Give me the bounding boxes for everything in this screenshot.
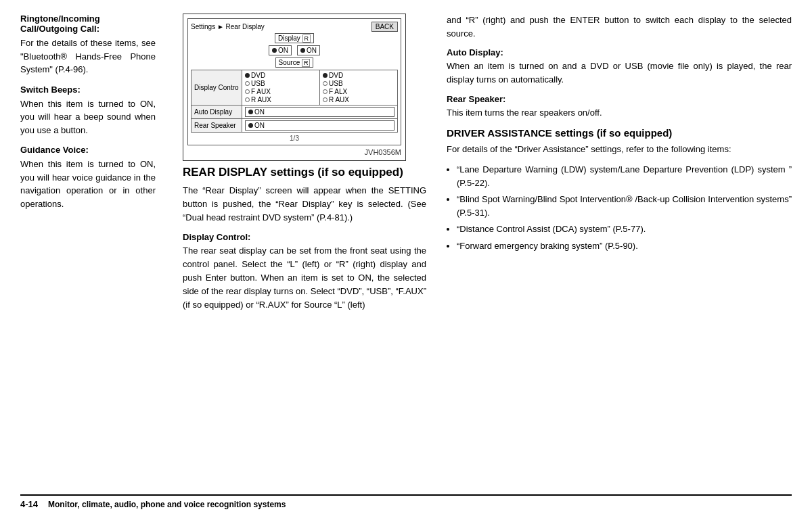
display-control-row: Display Contro DVD USB F AUX R AUX <box>191 70 398 105</box>
rear-speaker-heading: Rear Speaker: <box>447 94 792 104</box>
image-id: JVH0356M <box>187 148 401 156</box>
dvd-dot-l <box>245 73 250 78</box>
footer-page-number: 4-14 <box>20 499 38 509</box>
rear-display-intro: The “Rear Display” screen will appear wh… <box>183 184 426 225</box>
auto-display-heading: Auto Display: <box>447 47 792 57</box>
display-label: Display R <box>275 33 314 43</box>
auto-display-text: When an item is turned on and a DVD or U… <box>447 60 792 87</box>
on-left-btn[interactable]: ON <box>269 45 292 55</box>
rear-on-btn[interactable]: ON <box>245 120 394 131</box>
guidance-voice-body: When this item is turned to ON, you will… <box>20 158 156 210</box>
source-row: Source R <box>191 57 398 68</box>
bullet-ldw: “Lane Departure Warning (LDW) system/Lan… <box>457 163 792 189</box>
bullet-dca: “Distance Control Assist (DCA) system” (… <box>457 222 792 236</box>
on-buttons-row: ON ON <box>191 45 398 55</box>
page-container: Ringtone/Incoming Call/Outgoing Call: Fo… <box>0 0 812 516</box>
controls-table: Display Contro DVD USB F AUX R AUX <box>191 70 398 133</box>
footer-description: Monitor, climate, audio, phone and voice… <box>48 500 286 509</box>
raux-dot-r <box>323 97 328 102</box>
rear-speaker-text: This item turns the rear speakers on/off… <box>447 106 792 120</box>
source-label: Source R <box>275 57 314 68</box>
driver-assistance-list: “Lane Departure Warning (LDW) system/Lan… <box>457 163 792 252</box>
page-footer: 4-14 Monitor, climate, audio, phone and … <box>20 494 792 509</box>
guidance-voice-heading: Guidance Voice: <box>20 145 156 155</box>
dot-left <box>272 48 277 53</box>
dot-right <box>300 48 305 53</box>
rear-dot <box>248 123 253 128</box>
ringtone-body: For the details of these items, see "Blu… <box>20 37 156 76</box>
auto-display-value: ON <box>242 105 398 119</box>
screen-header-row: Settings ► Rear Display BACK <box>191 22 398 32</box>
rear-speaker-label: Rear Speaker <box>191 119 242 133</box>
auto-display-label: Auto Display <box>191 105 242 119</box>
rear-speaker-value: ON <box>242 119 398 133</box>
faux-dot-l <box>245 89 250 94</box>
dvd-dot-r <box>323 73 328 78</box>
display-control-options-left: DVD USB F AUX R AUX <box>242 70 320 105</box>
page-indicator: 1/3 <box>191 135 398 142</box>
auto-on-btn[interactable]: ON <box>245 107 394 117</box>
screen-mockup: Settings ► Rear Display BACK Display R O… <box>183 14 406 161</box>
driver-assistance-heading: DRIVER ASSISTANCE settings (if so equipp… <box>447 126 792 140</box>
rear-speaker-row: Rear Speaker ON <box>191 119 398 133</box>
display-control-options-right: DVD USB F ALX R AUX <box>320 70 398 105</box>
ringtone-heading: Ringtone/Incoming Call/Outgoing Call: <box>20 14 156 34</box>
falx-dot-r <box>323 89 328 94</box>
middle-column: Settings ► Rear Display BACK Display R O… <box>169 14 440 488</box>
bullet-feb: “Forward emergency braking system” (P.5-… <box>457 239 792 253</box>
main-content: Ringtone/Incoming Call/Outgoing Call: Fo… <box>20 14 792 488</box>
display-control-label: Display Contro <box>191 70 242 105</box>
switch-beeps-heading: Switch Beeps: <box>20 85 156 95</box>
display-control-heading: Display Control: <box>183 232 426 242</box>
bullet-bsw: “Blind Spot Warning/Blind Spot Intervent… <box>457 193 792 219</box>
usb-dot-l <box>245 81 250 86</box>
back-button[interactable]: BACK <box>371 22 398 32</box>
screen-breadcrumb: Settings ► Rear Display <box>191 23 265 30</box>
auto-dot <box>248 110 253 114</box>
raux-dot-l <box>245 97 250 102</box>
display-control-body: The rear seat display can be set from th… <box>183 244 426 312</box>
switch-beeps-body: When this item is turned to ON, you will… <box>20 97 156 137</box>
right-column: and “R” (right) and push the ENTER butto… <box>440 14 792 488</box>
usb-dot-r <box>323 81 328 86</box>
left-column: Ringtone/Incoming Call/Outgoing Call: Fo… <box>20 14 169 488</box>
right-intro: and “R” (right) and push the ENTER butto… <box>447 14 792 41</box>
driver-assistance-intro: For details of the “Driver Assistance” s… <box>447 143 792 156</box>
auto-display-row: Auto Display ON <box>191 105 398 119</box>
display-row: Display R <box>191 33 398 43</box>
on-right-btn[interactable]: ON <box>297 45 320 55</box>
screen-inner: Settings ► Rear Display BACK Display R O… <box>187 18 401 145</box>
rear-display-heading: REAR DISPLAY settings (if so equipped) <box>183 165 426 180</box>
